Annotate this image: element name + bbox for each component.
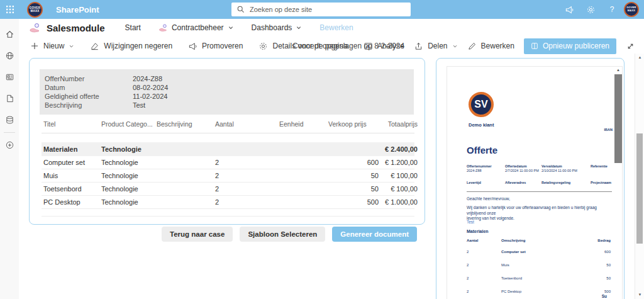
generate-document-button[interactable]: Genereer document [332,227,417,242]
page-scrollbar-thumb[interactable] [636,133,643,244]
org-logo[interactable]: GOVER MAXX [27,2,43,18]
rail-lists-button[interactable] [0,109,19,130]
site-logo[interactable] [29,22,41,34]
promote-button[interactable]: Promoveren [188,42,243,51]
table-row[interactable]: PC Desktop Technologie 2 500 € 1.000,00 [42,196,414,209]
site-title[interactable]: Salesmodule [47,23,105,33]
cell-categorie: Technologie [101,198,157,206]
help-button[interactable]: ? [601,0,623,19]
meta-cell: Offertedatum2/7/2024 11:00:00 PM [505,164,541,173]
rail-global-button[interactable] [0,45,19,66]
rail-add-button[interactable] [0,134,19,155]
nav-bewerken[interactable]: Bewerken [319,23,353,32]
republish-button[interactable]: Opnieuw publiceren [524,38,616,54]
cell-totaalprijs: € 100,00 [379,185,418,193]
group-titel: Materialen [43,145,101,153]
field-label: Datum [45,83,133,92]
settings-icon [586,5,596,14]
help-icon: ? [610,5,614,14]
doc-cell-aantal: 2 [467,276,501,290]
doc-cell-aantal: 2 [467,263,501,276]
body-line: Wij danken u hartelijk voor uw offerteaa… [467,205,615,216]
doc-cell-omschrijving: Computer set [501,250,579,263]
col-eenheid[interactable]: Eenheid [279,120,328,128]
cell-titel: PC Desktop [43,198,101,206]
new-label: Nieuw [43,42,64,50]
cell-verkoopprijs: 50 [328,172,379,179]
document-scrollbar-thumb[interactable] [614,74,622,163]
col-product-categorie[interactable]: Product Catego... [101,120,157,128]
discard-changes-label: Wijzigingen negeren [104,42,172,50]
rail-divider [4,132,15,133]
offer-field: OfferNumber2024-Z88 [45,74,409,83]
field-value: Test [133,101,145,110]
cell-categorie: Technologie [101,172,157,179]
book-icon [531,42,538,50]
left-rail [0,19,19,299]
expand-icon [626,42,635,51]
fullscreen-button[interactable] [626,42,635,51]
group-row[interactable]: Materialen Technologie € 2.400,00 [42,142,414,156]
brand-label[interactable]: SharePoint [56,5,99,14]
subtotal-label-partial: Su [602,294,607,298]
table-row[interactable]: Toetsenbord Technologie 2 50 € 100,00 [42,183,414,196]
meta-label: Vervaldatum [541,164,591,169]
command-bar: Nieuw Wijzigingen negeren Promoveren Det… [19,37,644,55]
doc-cell-bedrag: 50 [579,276,611,290]
new-button[interactable]: Nieuw [30,42,74,50]
offer-panel: OfferNumber2024-Z88 Datum08-02-2024 Geld… [29,58,425,225]
nav-contractbeheer[interactable]: Contractbeheer [158,23,234,33]
document-meta-row2: Levertijd Afleveradres Betalingsregeling… [467,181,612,185]
col-beschrijving[interactable]: Beschrijving [157,120,215,128]
edit-button[interactable]: Bewerken [467,42,514,51]
rail-news-button[interactable] [0,66,19,87]
suite-bar-actions: ? GOVER MAXX [558,0,643,19]
back-to-case-button[interactable]: Terug naar case [162,227,233,242]
scroll-up-arrow[interactable]: ▲ [635,54,644,60]
nav-contractbeheer-label: Contractbeheer [172,23,224,32]
document-table-row: 2 Computer set 600 [467,250,611,263]
table-row[interactable]: Muis Technologie 2 50 € 100,00 [42,169,414,183]
scroll-up-arrow[interactable]: ▲ [614,67,622,73]
document-icon [5,94,14,103]
nav-start[interactable]: Start [125,23,141,32]
col-aantal[interactable]: Aantal [215,120,279,128]
cell-verkoopprijs: 600 [328,159,379,166]
republish-label: Opnieuw publiceren [543,42,609,50]
doc-cell-bedrag: 600 [579,250,611,263]
avatar-logo-line2: MAXX [628,9,635,13]
plus-icon [30,42,39,50]
nav-dashboards[interactable]: Dashboards [252,23,303,32]
rail-pages-button[interactable] [0,87,19,109]
meta-cell: Projectnaam [591,181,612,185]
select-template-button[interactable]: Sjabloon Selecteren [240,227,325,242]
col-titel[interactable]: Titel [43,120,101,128]
settings-button[interactable] [580,0,601,19]
hand-money-icon [29,22,41,34]
app-launcher-button[interactable] [0,0,20,19]
document-table-row: 2 Muis 50 [467,263,611,276]
col-verkoop-prijs[interactable]: Verkoop prijs [328,120,379,128]
search-input[interactable] [250,6,406,13]
document-preview-panel: SV Demo klant IBAN Offerte Offertenummer… [436,58,625,299]
col-totaalprijs[interactable]: Totaalprijs [379,120,418,128]
rail-home-button[interactable] [0,23,19,45]
announcements-button[interactable] [558,0,580,19]
cell-titel: Toetsenbord [43,185,101,193]
meta-value: 2/10/2024 11:00:00 PM [541,169,577,172]
cell-titel: Computer set [43,159,101,166]
discard-changes-button[interactable]: Wijzigingen negeren [90,42,172,51]
nav-start-label: Start [125,23,141,32]
document-table-row: 2 Toetsenbord 50 [467,276,611,290]
pencil-icon [467,42,477,51]
chevron-down-icon [69,43,74,49]
share-button[interactable]: Delen [414,42,457,51]
add-icon [5,140,14,150]
table-row[interactable]: Computer set Technologie 2 600 € 1.200,0… [42,156,414,169]
account-avatar[interactable]: GOVER MAXX [624,2,639,17]
document-page: SV Demo klant IBAN Offerte Offertenummer… [447,66,623,299]
cell-categorie: Technologie [101,159,157,166]
scroll-down-arrow[interactable]: ▼ [635,291,644,298]
field-label: Beschrijving [45,101,133,110]
meta-cell: Offertenummer2024-Z88 [467,164,505,173]
